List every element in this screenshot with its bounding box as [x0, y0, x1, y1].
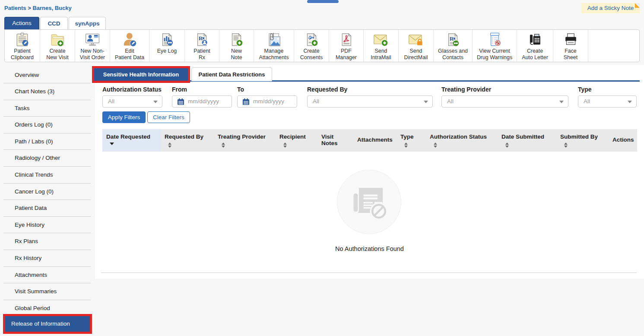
- svg-text:R: R: [450, 35, 454, 42]
- svg-text:R: R: [199, 35, 203, 41]
